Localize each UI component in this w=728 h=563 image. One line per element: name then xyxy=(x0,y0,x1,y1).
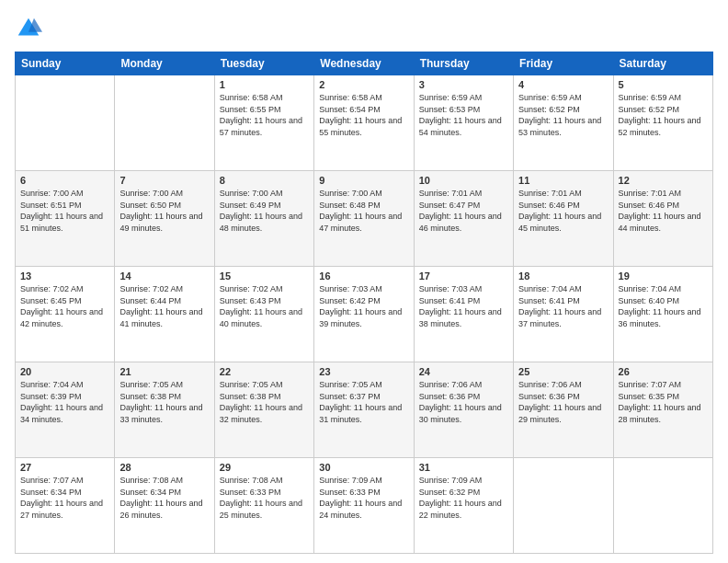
day-info: Sunrise: 7:00 AMSunset: 6:49 PMDaylight:… xyxy=(220,189,302,233)
calendar-cell: 4 Sunrise: 6:59 AMSunset: 6:52 PMDayligh… xyxy=(514,75,613,171)
calendar-cell: 22 Sunrise: 7:05 AMSunset: 6:38 PMDaylig… xyxy=(214,362,313,458)
calendar: SundayMondayTuesdayWednesdayThursdayFrid… xyxy=(15,52,713,554)
day-info: Sunrise: 7:05 AMSunset: 6:38 PMDaylight:… xyxy=(119,380,202,424)
calendar-cell: 18 Sunrise: 7:04 AMSunset: 6:41 PMDaylig… xyxy=(514,267,613,362)
calendar-cell xyxy=(115,75,214,171)
page: SundayMondayTuesdayWednesdayThursdayFrid… xyxy=(0,0,728,563)
day-info: Sunrise: 7:06 AMSunset: 6:36 PMDaylight:… xyxy=(518,380,601,424)
calendar-week-3: 13 Sunrise: 7:02 AMSunset: 6:45 PMDaylig… xyxy=(16,267,713,362)
day-number: 11 xyxy=(518,175,608,186)
day-info: Sunrise: 6:59 AMSunset: 6:52 PMDaylight:… xyxy=(518,93,601,137)
calendar-cell: 26 Sunrise: 7:07 AMSunset: 6:35 PMDaylig… xyxy=(613,362,712,458)
day-info: Sunrise: 7:02 AMSunset: 6:43 PMDaylight:… xyxy=(220,284,302,328)
calendar-cell: 14 Sunrise: 7:02 AMSunset: 6:44 PMDaylig… xyxy=(115,267,214,362)
calendar-cell: 17 Sunrise: 7:03 AMSunset: 6:41 PMDaylig… xyxy=(414,267,513,362)
day-info: Sunrise: 7:01 AMSunset: 6:47 PMDaylight:… xyxy=(419,189,502,233)
day-number: 27 xyxy=(20,462,109,473)
logo xyxy=(15,15,46,42)
calendar-cell: 8 Sunrise: 7:00 AMSunset: 6:49 PMDayligh… xyxy=(214,171,313,267)
day-number: 17 xyxy=(419,270,508,282)
day-number: 3 xyxy=(419,79,508,90)
day-number: 19 xyxy=(619,270,708,282)
calendar-cell: 31 Sunrise: 7:09 AMSunset: 6:32 PMDaylig… xyxy=(414,458,513,554)
calendar-cell: 30 Sunrise: 7:09 AMSunset: 6:33 PMDaylig… xyxy=(314,458,414,554)
calendar-week-1: 1 Sunrise: 6:58 AMSunset: 6:55 PMDayligh… xyxy=(16,75,713,171)
day-number: 15 xyxy=(220,270,309,282)
day-number: 13 xyxy=(20,270,109,282)
calendar-cell: 7 Sunrise: 7:00 AMSunset: 6:50 PMDayligh… xyxy=(115,171,214,267)
calendar-cell: 10 Sunrise: 7:01 AMSunset: 6:47 PMDaylig… xyxy=(414,171,513,267)
day-number: 16 xyxy=(319,270,408,282)
day-number: 6 xyxy=(20,175,109,186)
calendar-week-4: 20 Sunrise: 7:04 AMSunset: 6:39 PMDaylig… xyxy=(16,362,713,458)
day-info: Sunrise: 7:02 AMSunset: 6:45 PMDaylight:… xyxy=(20,284,103,328)
day-number: 10 xyxy=(419,175,508,186)
calendar-cell: 24 Sunrise: 7:06 AMSunset: 6:36 PMDaylig… xyxy=(414,362,513,458)
calendar-cell: 5 Sunrise: 6:59 AMSunset: 6:52 PMDayligh… xyxy=(613,75,712,171)
calendar-header-friday: Friday xyxy=(514,52,613,75)
calendar-cell: 6 Sunrise: 7:00 AMSunset: 6:51 PMDayligh… xyxy=(16,171,115,267)
calendar-cell xyxy=(613,458,712,554)
calendar-cell: 28 Sunrise: 7:08 AMSunset: 6:34 PMDaylig… xyxy=(115,458,214,554)
day-number: 29 xyxy=(220,462,309,473)
day-number: 24 xyxy=(419,366,508,377)
day-info: Sunrise: 7:08 AMSunset: 6:34 PMDaylight:… xyxy=(119,476,202,520)
day-info: Sunrise: 7:09 AMSunset: 6:32 PMDaylight:… xyxy=(419,476,502,520)
day-info: Sunrise: 6:58 AMSunset: 6:55 PMDaylight:… xyxy=(220,93,302,137)
day-number: 12 xyxy=(619,175,708,186)
calendar-cell: 11 Sunrise: 7:01 AMSunset: 6:46 PMDaylig… xyxy=(514,171,613,267)
calendar-cell: 27 Sunrise: 7:07 AMSunset: 6:34 PMDaylig… xyxy=(16,458,115,554)
day-number: 28 xyxy=(119,462,209,473)
day-number: 23 xyxy=(319,366,408,377)
day-number: 31 xyxy=(419,462,508,473)
day-info: Sunrise: 7:04 AMSunset: 6:41 PMDaylight:… xyxy=(518,284,601,328)
calendar-cell: 3 Sunrise: 6:59 AMSunset: 6:53 PMDayligh… xyxy=(414,75,513,171)
calendar-cell: 19 Sunrise: 7:04 AMSunset: 6:40 PMDaylig… xyxy=(613,267,712,362)
day-info: Sunrise: 7:00 AMSunset: 6:48 PMDaylight:… xyxy=(319,189,402,233)
day-number: 30 xyxy=(319,462,408,473)
day-number: 4 xyxy=(518,79,608,90)
day-number: 26 xyxy=(619,366,708,377)
calendar-cell: 21 Sunrise: 7:05 AMSunset: 6:38 PMDaylig… xyxy=(115,362,214,458)
day-info: Sunrise: 7:02 AMSunset: 6:44 PMDaylight:… xyxy=(119,284,202,328)
day-number: 25 xyxy=(518,366,608,377)
calendar-week-5: 27 Sunrise: 7:07 AMSunset: 6:34 PMDaylig… xyxy=(16,458,713,554)
day-number: 14 xyxy=(119,270,209,282)
day-info: Sunrise: 7:05 AMSunset: 6:37 PMDaylight:… xyxy=(319,380,402,424)
calendar-cell: 2 Sunrise: 6:58 AMSunset: 6:54 PMDayligh… xyxy=(314,75,414,171)
calendar-header-sunday: Sunday xyxy=(16,52,115,75)
day-number: 18 xyxy=(518,270,608,282)
calendar-header-monday: Monday xyxy=(115,52,214,75)
logo-icon xyxy=(15,15,42,42)
calendar-header-thursday: Thursday xyxy=(414,52,513,75)
day-info: Sunrise: 7:01 AMSunset: 6:46 PMDaylight:… xyxy=(619,189,701,233)
calendar-cell: 23 Sunrise: 7:05 AMSunset: 6:37 PMDaylig… xyxy=(314,362,414,458)
day-info: Sunrise: 7:08 AMSunset: 6:33 PMDaylight:… xyxy=(220,476,302,520)
day-number: 5 xyxy=(619,79,708,90)
day-info: Sunrise: 7:04 AMSunset: 6:39 PMDaylight:… xyxy=(20,380,103,424)
day-number: 22 xyxy=(220,366,309,377)
day-number: 21 xyxy=(119,366,209,377)
calendar-cell: 15 Sunrise: 7:02 AMSunset: 6:43 PMDaylig… xyxy=(214,267,313,362)
header xyxy=(15,15,713,42)
day-number: 2 xyxy=(319,79,408,90)
calendar-header-saturday: Saturday xyxy=(613,52,712,75)
day-number: 20 xyxy=(20,366,109,377)
day-info: Sunrise: 6:58 AMSunset: 6:54 PMDaylight:… xyxy=(319,93,402,137)
day-info: Sunrise: 7:01 AMSunset: 6:46 PMDaylight:… xyxy=(518,189,601,233)
day-info: Sunrise: 7:04 AMSunset: 6:40 PMDaylight:… xyxy=(619,284,701,328)
day-info: Sunrise: 7:07 AMSunset: 6:35 PMDaylight:… xyxy=(619,380,701,424)
day-info: Sunrise: 6:59 AMSunset: 6:52 PMDaylight:… xyxy=(619,93,701,137)
day-info: Sunrise: 7:05 AMSunset: 6:38 PMDaylight:… xyxy=(220,380,302,424)
calendar-header-row: SundayMondayTuesdayWednesdayThursdayFrid… xyxy=(16,52,713,75)
calendar-header-wednesday: Wednesday xyxy=(314,52,414,75)
day-number: 8 xyxy=(220,175,309,186)
day-info: Sunrise: 7:00 AMSunset: 6:51 PMDaylight:… xyxy=(20,189,103,233)
day-number: 1 xyxy=(220,79,309,90)
calendar-cell: 25 Sunrise: 7:06 AMSunset: 6:36 PMDaylig… xyxy=(514,362,613,458)
calendar-header-tuesday: Tuesday xyxy=(214,52,313,75)
day-info: Sunrise: 7:03 AMSunset: 6:41 PMDaylight:… xyxy=(419,284,502,328)
day-info: Sunrise: 7:00 AMSunset: 6:50 PMDaylight:… xyxy=(119,189,202,233)
calendar-cell xyxy=(16,75,115,171)
day-number: 7 xyxy=(119,175,209,186)
